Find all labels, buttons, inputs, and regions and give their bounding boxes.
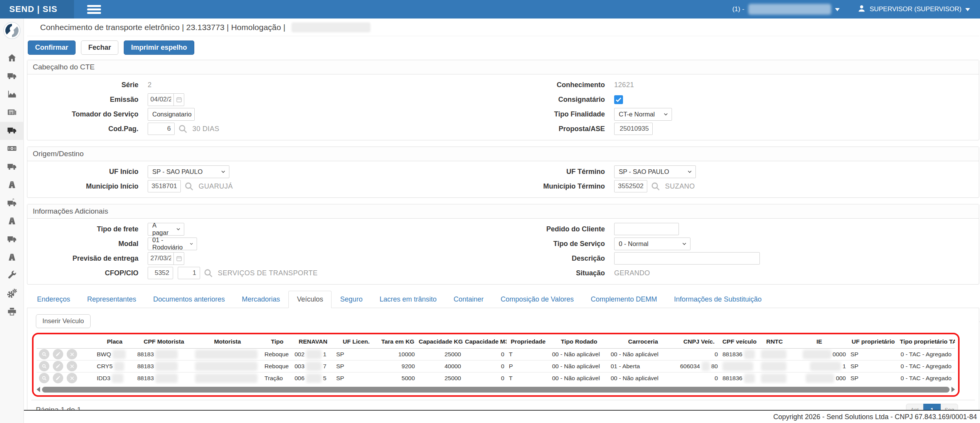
tomador-select[interactable]: Consignatario [148, 108, 195, 121]
delete-row-button[interactable] [67, 373, 77, 383]
sidebar-item-truck-1[interactable] [0, 67, 24, 86]
tab-representantes[interactable]: Representantes [79, 291, 145, 308]
confirm-button[interactable]: Confirmar [28, 40, 76, 55]
search-icon[interactable] [204, 268, 213, 278]
section-cabecalho-cte: Cabeçalho do CTE Série 2 Emissão [27, 60, 979, 140]
pedido-cliente-input[interactable] [614, 223, 679, 235]
codpag-input[interactable] [148, 123, 175, 135]
tab-documentos-anteriores[interactable]: Documentos anteriores [145, 291, 233, 308]
cio-input[interactable] [178, 267, 200, 279]
sidebar-item-billing[interactable] [0, 140, 24, 158]
tab-composicao-valores[interactable]: Composição de Valores [492, 291, 583, 308]
tab-enderecos[interactable]: Endereços [29, 291, 79, 308]
descricao-input[interactable] [614, 252, 760, 265]
tipo-servico-select[interactable]: 0 - Normal [614, 238, 690, 250]
tab-lacres[interactable]: Lacres em trânsito [371, 291, 445, 308]
tipo-frete-label: Tipo de frete [27, 225, 138, 233]
sidebar-item-cte-active[interactable] [0, 122, 24, 140]
insert-vehicle-button[interactable]: Inserir Veículo [36, 314, 91, 328]
sidebar-item-print[interactable] [0, 303, 24, 321]
emissao-input[interactable] [148, 94, 173, 106]
delete-row-button[interactable] [67, 349, 77, 359]
sidebar-item-road-2[interactable] [0, 212, 24, 231]
sidebar-item-home[interactable] [0, 49, 24, 67]
truck-icon [7, 234, 17, 246]
redacted [761, 350, 786, 359]
uf-termino-label: UF Término [493, 168, 605, 176]
tab-complemento-demm[interactable]: Complemento DEMM [582, 291, 665, 308]
tab-seguro[interactable]: Seguro [332, 291, 371, 308]
section-origem-destino: Origem/Destino UF Início SP - SAO PAULO [27, 147, 979, 198]
edit-row-button[interactable] [53, 349, 63, 359]
view-row-button[interactable] [39, 361, 49, 371]
col-tipo-rodado: Tipo Rodado [550, 335, 608, 348]
x-icon [70, 376, 74, 381]
proposta-input[interactable] [614, 123, 653, 135]
check-icon [616, 97, 621, 102]
search-icon[interactable] [651, 182, 660, 191]
sidebar-item-settings[interactable] [0, 285, 24, 303]
modal-select[interactable]: 01 - Rodoviário [148, 238, 197, 250]
home-icon [7, 53, 17, 64]
tipo-frete-select[interactable]: A pagar [148, 223, 184, 236]
municipio-termino-input[interactable] [614, 180, 647, 192]
previsao-entrega-input[interactable] [148, 253, 173, 265]
codpag-description: 30 DIAS [192, 125, 219, 133]
x-icon [70, 364, 74, 369]
sidebar-item-road-1[interactable] [0, 176, 24, 194]
tab-container[interactable]: Container [445, 291, 492, 308]
view-row-button[interactable] [39, 349, 49, 359]
tab-mercadorias[interactable]: Mercadorias [233, 291, 288, 308]
tipo-finalidade-select[interactable]: CT-e Normal [614, 108, 672, 121]
close-button[interactable]: Fechar [81, 40, 118, 55]
table-row: CRY5 88183 Reboque 0037 SP 9200 40000 0 … [37, 360, 955, 372]
tab-veiculos[interactable]: Veículos [288, 291, 332, 308]
user-menu[interactable]: SUPERVISOR (SUPERVISOR) [870, 5, 961, 13]
uf-inicio-select[interactable]: SP - SAO PAULO [148, 165, 229, 178]
scroll-right-icon[interactable] [951, 387, 955, 392]
edit-row-button[interactable] [53, 373, 63, 383]
road-icon [7, 180, 17, 191]
tab-informacoes-substituicao[interactable]: Informações de Substituição [665, 291, 770, 308]
delete-row-button[interactable] [67, 361, 77, 371]
company-dropdown-caret-icon[interactable] [835, 5, 840, 13]
view-row-button[interactable] [39, 373, 49, 383]
menu-icon[interactable] [86, 2, 103, 17]
horizontal-scrollbar[interactable] [37, 386, 955, 393]
redacted [112, 374, 123, 383]
calendar-icon[interactable] [173, 253, 184, 265]
newspaper-icon [7, 107, 17, 119]
chevron-down-icon [176, 226, 181, 232]
truck-icon [7, 71, 17, 83]
user-menu-caret-icon[interactable] [965, 5, 970, 13]
uf-termino-select[interactable]: SP - SAO PAULO [614, 165, 696, 178]
calendar-icon[interactable] [173, 94, 184, 106]
edit-row-button[interactable] [53, 361, 63, 371]
col-tipo: Tipo [262, 335, 292, 348]
cfop-input[interactable] [148, 267, 173, 279]
scroll-left-icon[interactable] [37, 387, 40, 392]
sidebar-item-news[interactable] [0, 104, 24, 122]
area-chart-icon [7, 89, 17, 101]
sidebar-item-tools[interactable] [0, 267, 24, 285]
horizontal-scrollbar-thumb[interactable] [42, 387, 950, 393]
search-icon[interactable] [178, 124, 188, 134]
sidebar [0, 19, 24, 423]
table-row: BWQ 88183 Reboque 0021 SP 10000 25000 0 … [37, 348, 955, 360]
sidebar-item-truck-2[interactable] [0, 158, 24, 176]
sidebar-item-road-3[interactable] [0, 249, 24, 267]
truck-icon [7, 162, 17, 173]
municipio-termino-name: SUZANO [665, 182, 695, 190]
municipio-inicio-name: GUARUJÁ [199, 182, 233, 190]
sidebar-item-truck-3[interactable] [0, 231, 24, 249]
vertical-scrollbar[interactable] [978, 319, 980, 423]
sidebar-item-reports[interactable] [0, 86, 24, 104]
consignatario-checkbox[interactable] [614, 95, 623, 104]
redacted [744, 374, 755, 383]
company-logo[interactable] [3, 22, 21, 41]
print-mirror-button[interactable]: Imprimir espelho [124, 40, 194, 55]
sidebar-item-truck-fast[interactable] [0, 194, 24, 212]
search-icon[interactable] [184, 182, 194, 191]
redacted [195, 374, 258, 383]
municipio-inicio-input[interactable] [148, 180, 181, 192]
